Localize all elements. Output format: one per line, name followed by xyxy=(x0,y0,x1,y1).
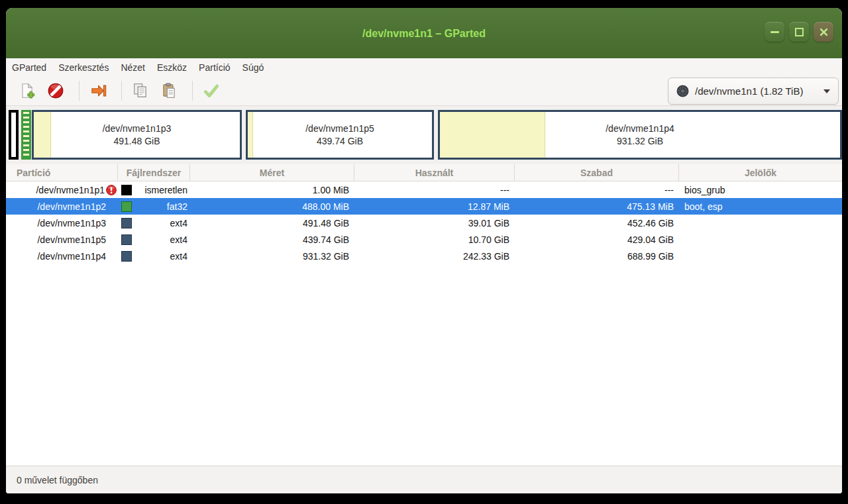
toolbar-separator xyxy=(192,81,193,101)
close-button[interactable] xyxy=(814,22,833,42)
menubar: GParted Szerkesztés Nézet Eszköz Partíci… xyxy=(6,58,842,76)
partition-box-nvme1n1p4[interactable]: /dev/nvme1n1p4 931.32 GiB xyxy=(438,110,842,160)
filesystem-name: ext4 xyxy=(170,234,187,245)
filesystem-name: ext4 xyxy=(170,251,187,262)
header-size: Méret xyxy=(190,164,354,181)
partition-used: 10.70 GiB xyxy=(354,234,515,245)
filesystem-color-swatch xyxy=(121,218,132,228)
partition-box-label: /dev/nvme1n1p3 xyxy=(103,123,172,135)
partition-table: Partíció Fájlrendszer Méret Használt Sza… xyxy=(6,164,842,466)
partition-box-nvme1n1p2[interactable] xyxy=(21,110,31,160)
header-filesystem: Fájlrendszer xyxy=(118,164,190,181)
maximize-icon xyxy=(795,28,804,36)
partition-name: /dev/nvme1n1p3 xyxy=(37,218,106,228)
new-partition-icon xyxy=(19,82,36,99)
partition-size: 488.00 MiB xyxy=(190,201,354,212)
filesystem-name: ext4 xyxy=(170,218,187,228)
menu-edit[interactable]: Szerkesztés xyxy=(52,60,115,76)
apply-operations-icon xyxy=(203,82,220,99)
table-header: Partíció Fájlrendszer Méret Használt Sza… xyxy=(6,164,842,181)
statusbar: 0 művelet függőben xyxy=(6,466,842,493)
table-row-nvme1n1p5[interactable]: /dev/nvme1n1p5 ext4 439.74 GiB 10.70 GiB… xyxy=(6,231,842,248)
partition-box-size: 931.32 GiB xyxy=(617,135,663,148)
filesystem-color-swatch xyxy=(121,185,132,195)
menu-partition[interactable]: Partíció xyxy=(193,60,236,76)
menu-view[interactable]: Nézet xyxy=(115,60,151,76)
partition-size: 439.74 GiB xyxy=(190,234,354,245)
partition-size: 931.32 GiB xyxy=(190,251,354,262)
filesystem-name: fat32 xyxy=(167,201,187,212)
header-free: Szabad xyxy=(515,164,679,181)
paste-partition-icon xyxy=(160,82,178,99)
menu-device[interactable]: Eszköz xyxy=(151,60,193,76)
partition-box-size: 491.48 GiB xyxy=(113,135,160,148)
filesystem-name: ismeretlen xyxy=(144,185,187,195)
window-title: /dev/nvme1n1 – GParted xyxy=(6,28,842,40)
partition-used: 242.33 GiB xyxy=(354,251,515,262)
menu-gparted[interactable]: GParted xyxy=(6,60,52,76)
header-used: Használt xyxy=(354,164,515,181)
toolbar-separator xyxy=(121,81,122,101)
warning-icon xyxy=(106,185,117,195)
filesystem-color-swatch xyxy=(121,234,132,245)
partition-free: 475.13 MiB xyxy=(515,201,679,212)
new-partition-button[interactable] xyxy=(15,79,39,103)
resize-move-icon xyxy=(89,82,107,99)
partition-box-size: 439.74 GiB xyxy=(317,135,363,148)
partition-box-nvme1n1p5[interactable]: /dev/nvme1n1p5 439.74 GiB xyxy=(246,110,434,160)
device-selector-value: /dev/nvme1n1 (1.82 TiB) xyxy=(695,85,803,97)
table-row-nvme1n1p4[interactable]: /dev/nvme1n1p4 ext4 931.32 GiB 242.33 Gi… xyxy=(6,248,842,264)
partition-box-nvme1n1p3[interactable]: /dev/nvme1n1p3 491.48 GiB xyxy=(32,110,242,160)
copy-partition-icon xyxy=(132,82,149,99)
filesystem-color-swatch xyxy=(121,201,132,212)
disk-icon xyxy=(676,85,689,97)
pending-operations-text: 0 művelet függőben xyxy=(17,475,98,485)
device-selector[interactable]: /dev/nvme1n1 (1.82 TiB) xyxy=(668,77,839,105)
partition-name: /dev/nvme1n1p5 xyxy=(37,234,106,245)
disk-visual-bar: /dev/nvme1n1p3 491.48 GiB /dev/nvme1n1p5… xyxy=(6,106,842,164)
partition-size: 491.48 GiB xyxy=(190,218,354,228)
table-row-nvme1n1p3[interactable]: /dev/nvme1n1p3 ext4 491.48 GiB 39.01 GiB… xyxy=(6,215,842,231)
partition-box-nvme1n1p1[interactable] xyxy=(9,110,19,160)
header-flags: Jelölők xyxy=(679,164,842,181)
apply-operations-button[interactable] xyxy=(199,79,223,103)
header-partition: Partíció xyxy=(6,164,118,181)
table-row-nvme1n1p1[interactable]: /dev/nvme1n1p1 ismeretlen 1.00 MiB --- -… xyxy=(6,181,842,198)
partition-free: 452.46 GiB xyxy=(515,218,679,228)
partition-name: /dev/nvme1n1p1 xyxy=(36,185,105,195)
resize-move-button[interactable] xyxy=(86,79,110,103)
partition-size: 1.00 MiB xyxy=(190,185,354,195)
partition-name: /dev/nvme1n1p2 xyxy=(37,201,106,212)
copy-partition-button[interactable] xyxy=(129,79,152,103)
window-controls xyxy=(765,22,833,42)
table-row-nvme1n1p2[interactable]: /dev/nvme1n1p2 fat32 488.00 MiB 12.87 Mi… xyxy=(6,198,842,215)
menu-help[interactable]: Súgó xyxy=(237,60,270,76)
chevron-down-icon xyxy=(823,89,830,93)
close-icon xyxy=(820,28,827,36)
filesystem-color-swatch xyxy=(121,251,132,262)
partition-used: --- xyxy=(354,185,515,195)
maximize-button[interactable] xyxy=(789,22,809,42)
partition-used: 39.01 GiB xyxy=(354,218,515,228)
gparted-window: /dev/nvme1n1 – GParted GParted Szerkeszt… xyxy=(6,8,842,493)
partition-used: 12.87 MiB xyxy=(354,201,515,212)
partition-name: /dev/nvme1n1p4 xyxy=(37,251,106,262)
partition-flags: boot, esp xyxy=(679,201,842,212)
partition-free: 688.99 GiB xyxy=(515,251,679,262)
paste-partition-button[interactable] xyxy=(157,79,181,103)
delete-partition-icon xyxy=(47,82,64,99)
minimize-icon xyxy=(770,31,779,33)
partition-free: 429.04 GiB xyxy=(515,234,679,245)
titlebar: /dev/nvme1n1 – GParted xyxy=(6,8,842,58)
partition-flags: bios_grub xyxy=(679,185,842,195)
delete-partition-button[interactable] xyxy=(44,79,68,103)
partition-box-label: /dev/nvme1n1p5 xyxy=(305,123,374,135)
partition-box-label: /dev/nvme1n1p4 xyxy=(606,123,674,135)
toolbar-separator xyxy=(79,81,80,101)
minimize-button[interactable] xyxy=(765,22,784,42)
partition-free: --- xyxy=(515,185,679,195)
